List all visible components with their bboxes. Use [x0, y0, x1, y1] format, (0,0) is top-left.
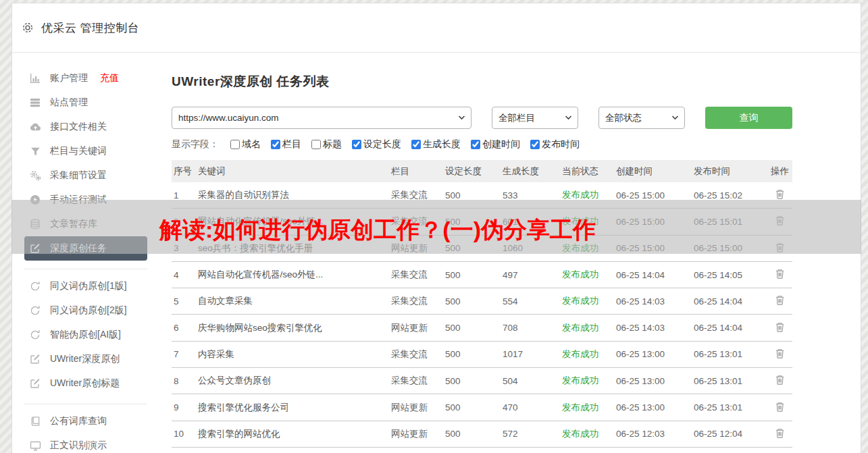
sidebar-item[interactable]: 接口文件相关	[24, 115, 147, 139]
column-header: 设定长度	[443, 165, 501, 178]
site-select[interactable]: https://www.ucaiyun.com	[172, 107, 471, 129]
field-option-label: 栏目	[282, 138, 301, 151]
sidebar-item-label: UWriter原创标题	[50, 377, 120, 390]
sidebar-item-label: 栏目与关键词	[50, 145, 107, 157]
field-option-label: 生成长度	[423, 138, 461, 151]
field-option[interactable]: 域名	[230, 138, 261, 151]
column-header: 创建时间	[614, 165, 692, 178]
delete-button[interactable]	[773, 400, 786, 416]
sidebar-item[interactable]: UWriter深度原创	[24, 347, 147, 371]
sidebar-item-label: 正文识别演示	[50, 439, 107, 452]
cell-published: 06-25 14:04	[692, 323, 767, 333]
sidebar-item[interactable]: 站点管理	[24, 90, 147, 115]
cell-gen-length: 572	[501, 429, 560, 439]
column-header: 发布时间	[692, 165, 767, 178]
cell-created: 06-25 13:00	[614, 349, 692, 359]
cell-keyword: 内容采集	[196, 348, 389, 361]
sidebar-item-label: 账户管理	[50, 72, 88, 84]
sidebar-item-label: 同义词伪原创[2版]	[50, 304, 127, 317]
cell-no: 9	[172, 402, 196, 412]
cell-set-length: 500	[443, 376, 501, 386]
field-option[interactable]: 设定长度	[352, 138, 401, 151]
field-option[interactable]: 生成长度	[411, 138, 461, 151]
cell-category: 网站更新	[389, 428, 443, 440]
sidebar-item[interactable]: 采集细节设置	[24, 163, 147, 188]
field-option-label: 设定长度	[363, 138, 401, 151]
delete-button[interactable]	[773, 346, 786, 363]
cell-gen-length: 470	[501, 402, 560, 412]
sidebar-item[interactable]: 栏目与关键词	[24, 139, 147, 163]
sidebar-item[interactable]: 同义词伪原创[2版]	[24, 298, 147, 323]
cell-no: 7	[172, 349, 196, 359]
field-checkbox[interactable]	[411, 140, 421, 149]
cell-category: 网站更新	[389, 322, 443, 334]
field-option-label: 标题	[323, 138, 342, 151]
cell-gen-length: 497	[501, 270, 560, 280]
cell-created: 06-25 14:03	[614, 296, 692, 307]
cell-set-length: 500	[443, 270, 501, 280]
field-checkbox[interactable]	[471, 140, 480, 149]
delete-button[interactable]	[773, 267, 786, 283]
cell-set-length: 500	[443, 402, 501, 412]
field-option[interactable]: 栏目	[271, 138, 301, 151]
filter-icon	[29, 146, 41, 157]
monitor-icon	[29, 440, 41, 451]
field-option-label: 发布时间	[542, 138, 580, 151]
server-icon	[29, 97, 41, 108]
trash-icon	[775, 268, 785, 282]
bar-chart-icon	[29, 73, 41, 84]
sidebar-item-label: 站点管理	[50, 97, 88, 109]
cell-no: 1	[172, 190, 196, 201]
delete-button[interactable]	[773, 426, 786, 442]
sidebar-item[interactable]: UWriter原创标题	[24, 371, 147, 396]
field-option[interactable]: 发布时间	[530, 138, 580, 151]
field-checkbox[interactable]	[311, 140, 321, 149]
table-row: 6庆华购物网站seo搜索引擎优化网站更新500708发布成功06-25 14:0…	[172, 315, 792, 341]
sidebar-item[interactable]: 账户管理充值	[24, 66, 147, 90]
cell-category: 采集交流	[389, 269, 443, 281]
cell-no: 8	[172, 376, 196, 386]
delete-button[interactable]	[773, 320, 786, 336]
field-checkbox[interactable]	[230, 140, 240, 149]
status-select[interactable]: 全部状态	[598, 107, 685, 129]
cell-gen-length: 554	[501, 296, 560, 307]
table-row: 4网站自动化宣传机器/seo外链...采集交流500497发布成功06-25 1…	[172, 262, 792, 288]
sidebar-item[interactable]: 正文识别演示	[24, 433, 147, 453]
cell-gen-length: 708	[501, 323, 560, 333]
sidebar-item[interactable]: 智能伪原创[AI版]	[24, 323, 147, 347]
sidebar-item[interactable]: 公有词库查询	[24, 409, 147, 433]
refresh-icon	[29, 305, 41, 316]
sidebar-item-label: 采集细节设置	[50, 169, 107, 182]
field-checkbox[interactable]	[352, 140, 361, 149]
cell-published: 06-25 13:01	[692, 402, 767, 412]
gears-icon	[29, 170, 41, 181]
search-button[interactable]: 查询	[705, 107, 792, 129]
cell-status: 发布成功	[560, 322, 614, 334]
refresh-icon	[29, 281, 41, 292]
cell-status: 发布成功	[560, 375, 614, 387]
cell-gen-length: 504	[501, 376, 560, 386]
delete-button[interactable]	[773, 293, 786, 309]
cell-gen-length: 1017	[501, 349, 560, 359]
cell-actions	[767, 373, 792, 389]
field-option[interactable]: 创建时间	[471, 138, 520, 151]
sidebar-item[interactable]: 同义词伪原创[1版]	[24, 274, 147, 298]
category-select[interactable]: 全部栏目	[492, 107, 578, 129]
sidebar-item-label: 接口文件相关	[50, 121, 107, 133]
cell-created: 06-25 14:04	[614, 270, 692, 280]
refresh-icon	[29, 329, 41, 340]
cell-no: 4	[172, 270, 196, 280]
cell-published: 06-25 14:04	[692, 296, 767, 307]
table-row: 10搜索引擎的网站优化网站更新500572发布成功06-25 12:0306-2…	[172, 421, 792, 448]
field-checkbox[interactable]	[271, 140, 280, 149]
trash-icon	[775, 321, 785, 335]
field-checkbox[interactable]	[530, 140, 540, 149]
recharge-badge[interactable]: 充值	[100, 72, 119, 84]
cell-keyword: 搜索引擎优化服务公司	[196, 402, 389, 414]
cell-actions	[767, 267, 792, 283]
delete-button[interactable]	[773, 373, 786, 389]
field-option[interactable]: 标题	[311, 138, 342, 151]
cell-keyword: 网站自动化宣传机器/seo外链...	[196, 269, 389, 281]
cell-category: 采集交流	[389, 375, 443, 387]
book-icon	[29, 416, 41, 427]
